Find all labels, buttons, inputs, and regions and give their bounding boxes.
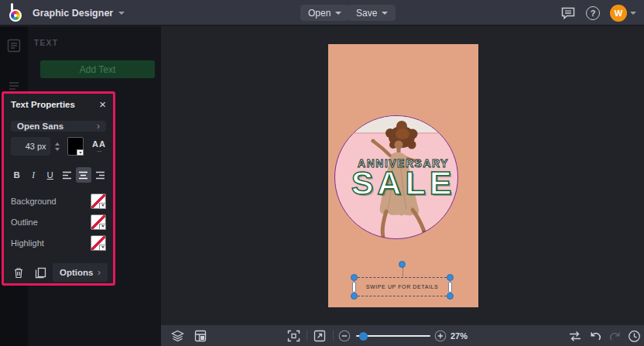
options-button[interactable]: Options ›	[53, 263, 108, 282]
app-window: Graphic Designer Open Save ? W TEXT	[0, 0, 644, 346]
text-properties-panel: Text Properties × Open Sans › 43 px AA ↔	[2, 91, 115, 286]
swatch-dropdown-icon[interactable]	[77, 149, 84, 156]
avatar-initial: W	[615, 9, 622, 18]
delete-button[interactable]	[9, 263, 28, 282]
zoom-slider-knob[interactable]	[359, 332, 368, 341]
workspace[interactable]: ANNIVERSARY SALE SWIPE UP FOR DETAILS	[161, 26, 644, 325]
font-family-selector[interactable]: Open Sans ›	[11, 121, 106, 132]
feedback-chat-icon[interactable]	[560, 6, 576, 20]
stepper-up-icon[interactable]	[55, 142, 60, 146]
open-label: Open	[308, 8, 331, 19]
text-color-swatch[interactable]	[67, 137, 84, 156]
outline-color-swatch[interactable]	[91, 214, 106, 230]
panel-footer: Options ›	[9, 263, 108, 282]
resize-handle-bottom-right[interactable]	[447, 293, 454, 300]
panel-section-title: TEXT	[34, 39, 59, 47]
stepper-down-icon[interactable]	[55, 148, 60, 151]
chevron-down-icon	[382, 12, 388, 15]
resize-handle-right[interactable]	[448, 282, 452, 293]
font-name: Open Sans	[17, 122, 63, 131]
swatch-dropdown-icon[interactable]	[99, 224, 106, 230]
highlight-label: Highlight	[11, 238, 44, 248]
close-icon[interactable]: ×	[99, 100, 106, 109]
app-mode-label: Graphic Designer	[33, 8, 113, 19]
swatch-dropdown-icon[interactable]	[99, 245, 106, 251]
chevron-right-icon: ›	[98, 267, 101, 278]
befunky-logo-icon[interactable]	[9, 3, 26, 22]
panel-header: Text Properties ×	[4, 94, 113, 115]
save-label: Save	[356, 8, 377, 19]
help-icon[interactable]: ?	[586, 6, 600, 20]
swatch-dropdown-icon[interactable]	[99, 203, 106, 209]
undo-icon[interactable]	[588, 329, 602, 343]
fit-to-screen-icon[interactable]	[286, 329, 300, 343]
font-size-stepper[interactable]	[54, 142, 61, 151]
zoom-out-button[interactable]	[337, 329, 351, 343]
headline-line2[interactable]: SALE	[328, 164, 478, 202]
avatar: W	[610, 5, 627, 22]
resize-handle-top-left[interactable]	[351, 274, 358, 281]
topbar-right-group: ? W	[560, 0, 636, 26]
design-canvas[interactable]: ANNIVERSARY SALE SWIPE UP FOR DETAILS	[328, 44, 478, 307]
chevron-down-icon	[118, 12, 125, 15]
font-size-input[interactable]: 43 px	[11, 137, 50, 156]
format-row: B I U	[9, 167, 108, 183]
outline-label: Outline	[11, 218, 38, 227]
help-glyph: ?	[591, 9, 596, 18]
redo-icon[interactable]	[608, 329, 622, 343]
add-text-label: Add Text	[80, 64, 115, 75]
highlight-color-swatch[interactable]	[91, 235, 106, 251]
italic-button[interactable]: I	[26, 167, 42, 183]
highlight-color-row: Highlight	[4, 232, 113, 253]
toolbar-separator	[307, 331, 307, 341]
selected-text-element[interactable]: SWIPE UP FOR DETAILS	[354, 277, 450, 296]
duplicate-button[interactable]	[31, 263, 50, 282]
toolbar-separator	[333, 331, 334, 341]
top-bar: Graphic Designer Open Save ? W	[0, 0, 644, 26]
app-mode-menu[interactable]: Graphic Designer	[33, 0, 125, 26]
resize-handle-left[interactable]	[352, 282, 356, 293]
templates-icon[interactable]	[194, 329, 207, 343]
letter-spacing-arrows-icon: ↔	[96, 149, 102, 153]
panel-title: Text Properties	[11, 100, 75, 109]
zoom-slider[interactable]	[356, 335, 430, 337]
bold-button[interactable]: B	[9, 167, 25, 183]
chevron-down-icon	[630, 12, 636, 15]
history-icon[interactable]	[627, 329, 641, 343]
color-rows: Background Outline Highlight	[4, 190, 113, 253]
layers-icon[interactable]	[170, 329, 184, 343]
background-color-row: Background	[4, 190, 113, 211]
add-text-button[interactable]: Add Text	[40, 60, 155, 78]
open-button[interactable]: Open	[300, 5, 349, 21]
bottom-toolbar: 27%	[161, 325, 644, 346]
options-label: Options	[60, 268, 93, 277]
zoom-percent-label: 27%	[450, 331, 468, 341]
align-center-button[interactable]	[76, 167, 91, 183]
logo-color-wheel	[9, 9, 22, 22]
resize-handle-bottom-left[interactable]	[351, 293, 358, 300]
save-button[interactable]: Save	[348, 5, 396, 21]
text-tool-icon[interactable]	[7, 39, 21, 53]
align-right-button[interactable]	[93, 167, 108, 183]
outline-color-row: Outline	[4, 211, 113, 232]
cta-text: SWIPE UP FOR DETAILS	[366, 284, 438, 289]
account-menu[interactable]: W	[610, 5, 636, 22]
rotation-connector	[402, 267, 403, 278]
compare-icon[interactable]	[568, 329, 582, 343]
background-color-swatch[interactable]	[91, 194, 106, 209]
resize-handle-top-right[interactable]	[447, 274, 454, 281]
zoom-in-button[interactable]	[433, 329, 447, 343]
rotation-handle[interactable]	[399, 261, 406, 268]
letter-spacing-control[interactable]: AA ↔	[92, 139, 106, 153]
font-size-value: 43 px	[26, 142, 46, 151]
resize-canvas-icon[interactable]	[313, 329, 327, 343]
background-label: Background	[11, 197, 57, 206]
underline-button[interactable]: U	[43, 167, 58, 183]
chevron-down-icon	[335, 12, 341, 15]
font-size-row: 43 px AA ↔	[11, 137, 106, 156]
align-left-button[interactable]	[60, 167, 75, 183]
chevron-right-icon: ›	[97, 121, 100, 132]
